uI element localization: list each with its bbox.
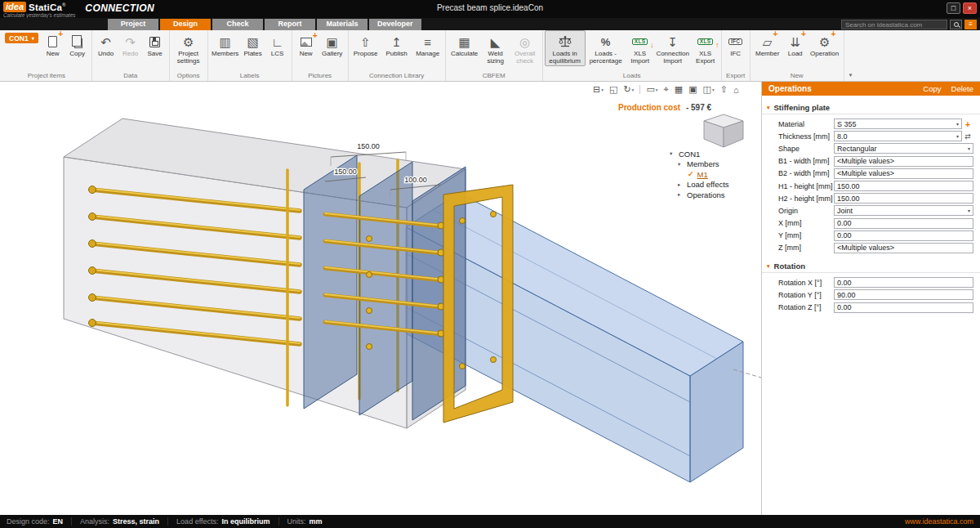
xls-import-button[interactable]: XLS↓ XLS Import <box>626 30 654 66</box>
undo-button[interactable]: ↶ Undo <box>94 30 118 66</box>
tab-design[interactable]: Design <box>160 19 211 30</box>
new-member-button[interactable]: ▱+ Member <box>752 30 783 66</box>
search-input[interactable] <box>841 20 947 29</box>
project-settings-button[interactable]: ⚙ Project settings <box>172 30 206 66</box>
idea-logo: idea <box>3 2 26 12</box>
xls-export-button[interactable]: XLS↑ XLS Export <box>692 30 719 66</box>
tab-report[interactable]: Report <box>265 19 315 30</box>
rotation-z-input[interactable]: 0.00 <box>834 302 973 313</box>
mesh-view-icon[interactable]: ▦ <box>675 84 683 95</box>
display-settings-icon[interactable]: ◫▾ <box>703 84 715 95</box>
section-view-icon[interactable]: ⊟▾ <box>593 84 604 95</box>
group-label: Loads <box>545 72 719 81</box>
panel-delete-button[interactable]: Delete <box>951 84 973 93</box>
group-label: CBFEM <box>448 72 541 81</box>
z-input[interactable]: <Multiple values> <box>834 243 973 253</box>
origin-select[interactable]: Joint▾ <box>834 205 973 216</box>
tree-node-operations[interactable]: ▸ Operations <box>670 190 729 200</box>
tab-project[interactable]: Project <box>108 19 158 30</box>
h1-height-input[interactable]: 150.00 <box>834 181 973 191</box>
h2-height-input[interactable]: 150.00 <box>834 193 973 204</box>
tab-materials[interactable]: Materials <box>317 19 368 30</box>
y-input[interactable]: 0.00 <box>834 230 973 241</box>
thickness-select[interactable]: 8.0▾ <box>834 131 962 141</box>
manage-icon: ≡ <box>424 34 431 50</box>
ribbon-group-export: IFC IFC Export <box>722 30 751 81</box>
help-menu-button[interactable]: ≡ <box>964 20 977 29</box>
share-view-icon[interactable]: ⇧ <box>720 84 728 95</box>
expand-icon[interactable]: ▾ <box>670 150 675 157</box>
tree-node-con1[interactable]: ▾ CON1 <box>670 149 729 159</box>
connection-import-button[interactable]: ↧ Connection Import <box>654 30 692 66</box>
weld-sizing-button[interactable]: ◣ Weld sizing <box>482 30 510 66</box>
tree-node-load-effects[interactable]: ▸ Load effects <box>670 180 729 190</box>
fit-view-icon[interactable]: ◱ <box>609 84 617 95</box>
website-link[interactable]: www.ideastatica.com <box>905 517 973 526</box>
material-select[interactable]: S 355▾ <box>834 119 962 129</box>
section-rotation: ▾ Rotation Rotation X [°] 0.00 Rotation … <box>762 258 980 314</box>
propose-button[interactable]: ⇧ Propose <box>350 30 381 66</box>
labels-lcs-button[interactable]: ∟ LCS <box>265 30 290 66</box>
scene-canvas[interactable]: 150.00 150.00 100.00 <box>0 82 761 515</box>
status-design-code: Design code:EN <box>7 517 71 526</box>
swap-thickness-button[interactable]: ⇄ <box>962 132 973 141</box>
panel-copy-button[interactable]: Copy <box>923 84 941 93</box>
b2-width-input[interactable]: <Multiple values> <box>834 168 973 179</box>
ifc-export-button[interactable]: IFC IFC <box>724 30 748 66</box>
select-mode-icon[interactable]: ▭▾ <box>646 84 657 95</box>
viewport-3d[interactable]: 150.00 150.00 100.00 ⊟▾ ◱ ↻▾ ▭▾ ⌖ ▦ ▣ ◫▾… <box>0 82 761 515</box>
new-project-item-button[interactable]: + New <box>41 30 65 66</box>
rotate-view-icon[interactable]: ↻▾ <box>623 84 634 95</box>
expand-icon[interactable]: ▾ <box>678 161 684 168</box>
section-header[interactable]: ▾ Stiffening plate <box>762 100 980 114</box>
gallery-button[interactable]: ▣ Gallery <box>318 30 346 66</box>
tab-developer[interactable]: Developer <box>369 19 421 30</box>
labels-plates-button[interactable]: ▧ Plates <box>241 30 265 66</box>
redo-button[interactable]: ↷ Redo <box>118 30 143 66</box>
row-b1-width: B1 - width [mm] <Multiple values> <box>762 155 980 168</box>
loads-percentage-button[interactable]: % Loads - percentage <box>586 30 626 66</box>
save-button[interactable]: Save <box>143 30 167 66</box>
rotation-y-input[interactable]: 90.00 <box>834 289 973 300</box>
gallery-view-icon[interactable]: ▣ <box>688 84 697 95</box>
publish-button[interactable]: ↥ Publish <box>381 30 412 66</box>
tree-node-m1[interactable]: ✓ M1 <box>670 169 729 180</box>
new-picture-button[interactable]: + New <box>294 30 318 66</box>
statica-logo: StatiCa® <box>29 2 66 12</box>
app-root: idea StatiCa® Calculate yesterday's esti… <box>0 0 980 528</box>
calculate-button[interactable]: ▦ Calculate <box>448 30 482 66</box>
overall-check-button[interactable]: ◎ Overall check <box>510 30 541 66</box>
b1-width-input[interactable]: <Multiple values> <box>834 156 973 167</box>
measure-icon[interactable]: ⌖ <box>664 84 669 95</box>
labels-members-button[interactable]: ▥ Members <box>210 30 241 66</box>
new-load-button[interactable]: ⇊+ Load <box>783 30 808 66</box>
section-header[interactable]: ▾ Rotation <box>762 258 980 273</box>
registered-mark: ® <box>62 2 66 7</box>
collapsed-icon[interactable]: ▸ <box>678 191 684 198</box>
manage-button[interactable]: ≡ Manage <box>412 30 443 66</box>
new-item-icon <box>48 36 57 47</box>
tab-check[interactable]: Check <box>212 19 263 30</box>
group-label: Pictures <box>294 72 346 81</box>
dimension-label: 150.00 <box>334 168 357 176</box>
home-view-icon[interactable]: ⌂ <box>733 85 739 95</box>
gallery-icon: ▣ <box>327 34 338 50</box>
splice-plates[interactable] <box>304 155 466 420</box>
xls-icon: XLS <box>697 38 714 46</box>
collapsed-icon[interactable]: ▸ <box>678 181 684 188</box>
new-operation-button[interactable]: ⚙+ Operation <box>808 30 842 66</box>
shape-select[interactable]: Rectangular▾ <box>834 143 973 154</box>
close-button[interactable]: × <box>963 2 977 14</box>
navigation-cube[interactable] <box>699 110 748 154</box>
copy-project-item-button[interactable]: Copy <box>65 30 90 66</box>
search-button[interactable] <box>950 20 962 29</box>
add-material-button[interactable]: + <box>962 119 973 129</box>
ribbon-collapse-button[interactable]: ▾ <box>849 72 853 78</box>
maximize-button[interactable]: □ <box>947 2 960 14</box>
connection-selector[interactable]: CON1 ▾ <box>5 33 38 43</box>
rotation-x-input[interactable]: 0.00 <box>834 277 973 288</box>
propose-icon: ⇧ <box>360 34 371 50</box>
loads-in-equilibrium-button[interactable]: Loads in equilibrium <box>545 30 586 66</box>
tree-node-members[interactable]: ▾ Members <box>670 159 729 170</box>
x-input[interactable]: 0.00 <box>834 218 973 229</box>
